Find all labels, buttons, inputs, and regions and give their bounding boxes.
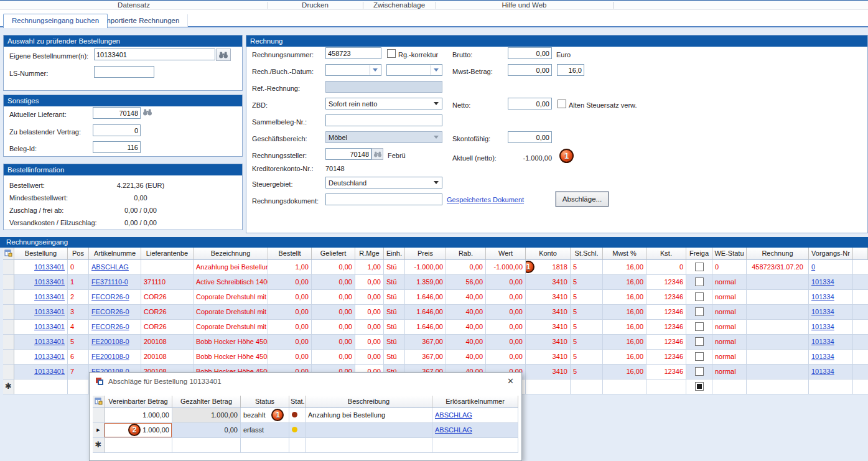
freiga-checkbox[interactable]	[695, 292, 704, 301]
bestellung-link[interactable]: 10133401	[34, 263, 65, 271]
freiga-checkbox[interactable]	[695, 367, 704, 376]
col-header-mwst[interactable]: Mwst %	[603, 248, 646, 260]
col-header-sel[interactable]	[93, 396, 105, 408]
col-header-rechnung[interactable]: Rechnung	[747, 248, 809, 260]
row-selector[interactable]	[3, 260, 14, 275]
col-header-stat[interactable]: Stat.	[289, 396, 306, 408]
vorgang-link[interactable]: 101334	[811, 323, 834, 330]
col-header-rmge[interactable]: R.Mge	[355, 248, 384, 260]
gespeichertes-dokument-link[interactable]: Gespeichertes Dokument	[447, 196, 524, 203]
zbd-dropdown[interactable]: Sofort rein netto	[325, 98, 442, 109]
grid-customize-icon[interactable]	[4, 249, 12, 258]
col-header-konto[interactable]: Konto	[526, 248, 571, 260]
freiga-checkbox[interactable]	[695, 337, 704, 346]
rg-korrektur-checkbox[interactable]	[387, 49, 396, 58]
menu-item-drucken[interactable]: Drucken	[268, 1, 363, 9]
col-header-freiga[interactable]: Freiga	[686, 248, 712, 260]
bestellung-link[interactable]: 10133401	[34, 308, 65, 315]
col-header-vereinbart[interactable]: Vereinbarter Betrag	[105, 396, 172, 408]
col-header-erloes[interactable]: Erlösartikelnummer	[432, 396, 518, 408]
vorgang-link[interactable]: 101334	[811, 353, 834, 360]
freiga-checkbox[interactable]	[695, 322, 704, 331]
table-row[interactable]: 101334014FECOR26-0COR26Coporate Drehstuh…	[3, 320, 868, 335]
brutto-input[interactable]	[508, 47, 552, 59]
alten-steuersatz-checkbox[interactable]	[558, 100, 566, 108]
vorgang-link[interactable]: 101334	[811, 278, 834, 286]
bestellung-link[interactable]: 10133401	[34, 293, 65, 300]
col-header-sel[interactable]	[3, 248, 14, 260]
lieferant-input[interactable]	[93, 107, 141, 119]
steuergebiet-dropdown[interactable]: Deutschland	[325, 177, 442, 189]
artikel-link[interactable]: FECOR26-0	[91, 293, 129, 300]
freiga-checkbox[interactable]	[695, 382, 704, 391]
erloes-link[interactable]: ABSCHLAG	[435, 426, 472, 434]
row-selector-arrow[interactable]: ►	[93, 423, 105, 438]
row-selector[interactable]	[93, 408, 105, 423]
vorgang-link[interactable]: 101334	[811, 308, 834, 315]
buchungsdatum-dropdown[interactable]	[386, 64, 442, 76]
beleg-id-input[interactable]	[93, 141, 141, 153]
rechnungsnummer-input[interactable]	[325, 47, 381, 59]
mwst-satz-input[interactable]	[557, 64, 584, 76]
vorgang-link[interactable]: 101334	[811, 368, 834, 375]
bestellung-link[interactable]: 10133401	[34, 323, 65, 330]
lieferant-search-icon[interactable]	[142, 109, 152, 117]
table-row[interactable]: 101334013FECOR26-0COR26Coporate Drehstuh…	[3, 305, 868, 320]
bestellnummer-search-button[interactable]	[216, 49, 231, 61]
vorgang-link[interactable]: 0	[811, 263, 815, 271]
sammelbeleg-input[interactable]	[325, 114, 442, 126]
vorgang-link[interactable]: 101334	[811, 293, 834, 300]
close-icon[interactable]: ✕	[507, 376, 514, 386]
col-header-gezahlt[interactable]: Gezahlter Betrag	[172, 396, 241, 408]
abschlaege-button[interactable]: Abschläge...	[556, 192, 609, 207]
col-header-rab[interactable]: Rab.	[446, 248, 486, 260]
erloes-link[interactable]: ABSCHLAG	[435, 411, 472, 419]
col-header-filler[interactable]	[853, 248, 868, 260]
col-header-geliefert[interactable]: Geliefert	[312, 248, 355, 260]
col-header-kst[interactable]: Kst.	[646, 248, 686, 260]
artikel-link[interactable]: FECOR26-0	[91, 308, 129, 315]
artikel-link[interactable]: FE200108-0	[91, 353, 129, 360]
table-row[interactable]: ✱	[93, 438, 518, 453]
rechnungsdatum-dropdown[interactable]	[325, 64, 381, 76]
table-row[interactable]: 1.000,001.000,00bezahlt1Anzahlung bei Be…	[93, 408, 518, 423]
new-row-indicator[interactable]: ✱	[3, 380, 14, 394]
col-header-artikel[interactable]: Artikelnumme	[89, 248, 141, 260]
grid-customize-icon[interactable]	[95, 398, 103, 406]
col-header-stschl[interactable]: St.Schl.	[571, 248, 603, 260]
bestellung-link[interactable]: 10133401	[34, 278, 65, 286]
table-row[interactable]: 101334010ABSCHLAGAnzahlung bei Bestellun…	[3, 260, 868, 275]
col-header-bestellung[interactable]: Bestellung	[14, 248, 68, 260]
col-header-bestellt[interactable]: Bestellt	[268, 248, 312, 260]
col-header-bezeichnung[interactable]: Bezeichnung	[194, 248, 268, 260]
skonto-input[interactable]	[508, 131, 552, 143]
table-row[interactable]: ►21.000,000,00erfasstABSCHLAG	[93, 423, 518, 438]
col-header-vorgang[interactable]: Vorgangs-Nr	[809, 248, 853, 260]
ls-nummer-input[interactable]	[94, 66, 154, 78]
row-selector[interactable]	[3, 365, 14, 380]
menu-item-zwischenablage[interactable]: Zwischenablage	[363, 1, 436, 9]
row-selector[interactable]	[3, 290, 14, 305]
row-selector[interactable]	[3, 320, 14, 335]
freiga-checkbox[interactable]	[695, 263, 704, 271]
freiga-checkbox[interactable]	[695, 307, 704, 316]
col-header-wert[interactable]: Wert	[486, 248, 526, 260]
table-row[interactable]: 101334012FECOR26-0COR26Coporate Drehstuh…	[3, 290, 868, 305]
col-header-pos[interactable]: Pos	[68, 248, 89, 260]
rechnungssteller-search-button[interactable]	[371, 148, 383, 160]
new-row-indicator[interactable]: ✱	[93, 438, 105, 453]
table-row[interactable]: 101334015FE200108-0200108Bobb Hocker Höh…	[3, 335, 868, 350]
row-selector[interactable]	[3, 335, 14, 350]
col-header-we[interactable]: WE-Statu	[712, 248, 747, 260]
menu-item-hilfe-und-web[interactable]: Hilfe und Web	[436, 1, 613, 9]
bestellung-link[interactable]: 10133401	[34, 368, 65, 375]
row-selector[interactable]	[3, 305, 14, 320]
rechnungssteller-input[interactable]	[325, 148, 371, 160]
vorgang-link[interactable]: 101334	[811, 338, 834, 345]
vertrag-input[interactable]	[93, 124, 141, 136]
row-selector[interactable]	[3, 350, 14, 365]
bestellnummer-input[interactable]	[94, 49, 215, 60]
freiga-checkbox[interactable]	[695, 352, 704, 361]
col-header-lieferant[interactable]: Lieferantenbe	[141, 248, 194, 260]
col-header-beschreibung[interactable]: Beschreibung	[306, 396, 432, 408]
